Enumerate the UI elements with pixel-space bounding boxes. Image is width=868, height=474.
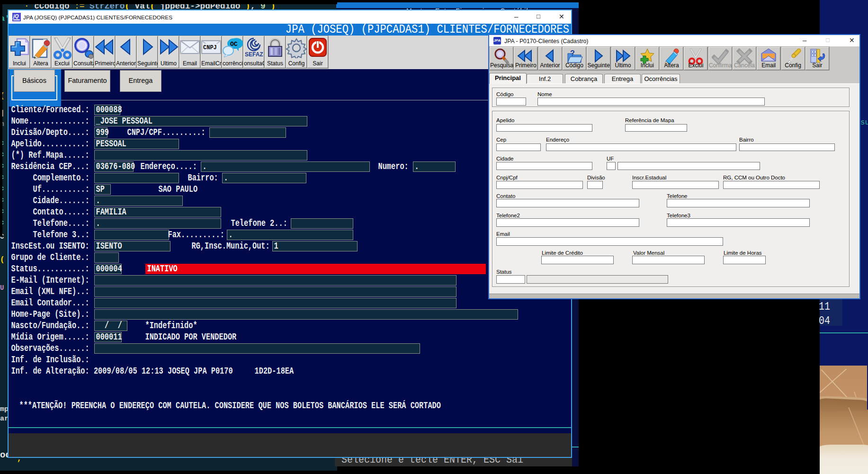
svg-text:CNPJ: CNPJ (203, 45, 217, 51)
svg-text:?: ? (570, 49, 575, 57)
svg-text:SEFAZ: SEFAZ (245, 51, 263, 58)
